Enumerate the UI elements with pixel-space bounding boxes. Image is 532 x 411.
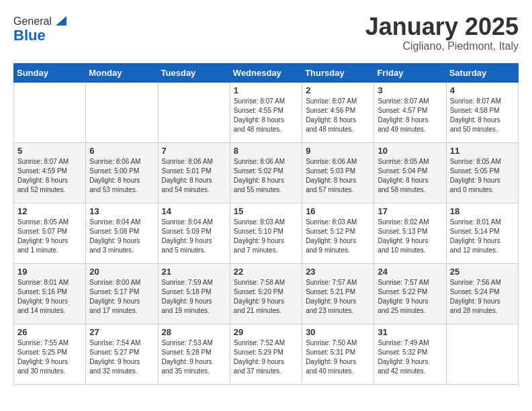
day-info: Sunrise: 8:04 AM Sunset: 5:08 PM Dayligh… (89, 218, 154, 255)
calendar-cell: 20Sunrise: 8:00 AM Sunset: 5:17 PM Dayli… (86, 263, 158, 324)
day-info: Sunrise: 7:49 AM Sunset: 5:32 PM Dayligh… (378, 338, 442, 376)
logo-icon (54, 13, 68, 27)
day-number: 3 (378, 85, 442, 95)
logo-blue-text: Blue (13, 27, 46, 44)
day-info: Sunrise: 7:58 AM Sunset: 5:20 PM Dayligh… (234, 278, 298, 316)
calendar-body: 1Sunrise: 8:07 AM Sunset: 4:55 PM Daylig… (14, 82, 519, 384)
day-info: Sunrise: 8:01 AM Sunset: 5:16 PM Dayligh… (17, 278, 82, 316)
calendar-cell: 14Sunrise: 8:04 AM Sunset: 5:09 PM Dayli… (158, 203, 230, 263)
day-info: Sunrise: 8:05 AM Sunset: 5:05 PM Dayligh… (450, 157, 515, 195)
calendar-week-0: 1Sunrise: 8:07 AM Sunset: 4:55 PM Daylig… (14, 82, 519, 142)
day-number: 11 (450, 146, 515, 156)
calendar-cell: 19Sunrise: 8:01 AM Sunset: 5:16 PM Dayli… (14, 263, 86, 324)
calendar-cell: 5Sunrise: 8:07 AM Sunset: 4:59 PM Daylig… (14, 142, 86, 203)
day-info: Sunrise: 8:07 AM Sunset: 4:56 PM Dayligh… (306, 97, 370, 134)
day-info: Sunrise: 7:57 AM Sunset: 5:21 PM Dayligh… (306, 278, 370, 316)
day-info: Sunrise: 7:56 AM Sunset: 5:24 PM Dayligh… (450, 278, 515, 316)
calendar-cell: 26Sunrise: 7:55 AM Sunset: 5:25 PM Dayli… (14, 324, 86, 384)
day-number: 15 (234, 206, 298, 216)
day-number: 5 (17, 146, 82, 156)
day-number: 30 (306, 327, 370, 337)
calendar-week-2: 12Sunrise: 8:05 AM Sunset: 5:07 PM Dayli… (14, 203, 519, 263)
day-number: 7 (162, 146, 226, 156)
day-info: Sunrise: 8:06 AM Sunset: 5:01 PM Dayligh… (162, 157, 226, 195)
day-info: Sunrise: 8:07 AM Sunset: 4:55 PM Dayligh… (234, 97, 298, 134)
day-number: 12 (17, 206, 82, 216)
location-subtitle: Cigliano, Piedmont, Italy (365, 40, 519, 52)
calendar-cell: 21Sunrise: 7:59 AM Sunset: 5:18 PM Dayli… (158, 263, 230, 324)
day-info: Sunrise: 7:53 AM Sunset: 5:28 PM Dayligh… (162, 338, 226, 376)
day-number: 29 (234, 327, 298, 337)
day-info: Sunrise: 8:07 AM Sunset: 4:59 PM Dayligh… (17, 157, 82, 195)
day-number: 31 (378, 327, 442, 337)
header-saturday: Saturday (446, 63, 518, 82)
day-info: Sunrise: 8:06 AM Sunset: 5:00 PM Dayligh… (89, 157, 154, 195)
header-wednesday: Wednesday (230, 63, 302, 82)
day-info: Sunrise: 7:54 AM Sunset: 5:27 PM Dayligh… (89, 338, 154, 376)
calendar-cell: 22Sunrise: 7:58 AM Sunset: 5:20 PM Dayli… (230, 263, 302, 324)
calendar-cell (446, 324, 518, 384)
day-number: 6 (89, 146, 154, 156)
calendar-cell: 23Sunrise: 7:57 AM Sunset: 5:21 PM Dayli… (302, 263, 374, 324)
day-number: 13 (89, 206, 154, 216)
calendar-cell: 31Sunrise: 7:49 AM Sunset: 5:32 PM Dayli… (374, 324, 446, 384)
calendar-week-1: 5Sunrise: 8:07 AM Sunset: 4:59 PM Daylig… (14, 142, 519, 203)
day-number: 19 (17, 267, 82, 277)
day-number: 25 (450, 267, 515, 277)
logo-general-text: General (13, 15, 52, 28)
calendar-cell: 8Sunrise: 8:06 AM Sunset: 5:02 PM Daylig… (230, 142, 302, 203)
day-info: Sunrise: 7:57 AM Sunset: 5:22 PM Dayligh… (378, 278, 442, 316)
calendar-cell: 1Sunrise: 8:07 AM Sunset: 4:55 PM Daylig… (230, 82, 302, 142)
day-number: 4 (450, 85, 515, 95)
day-number: 16 (306, 206, 370, 216)
day-info: Sunrise: 8:06 AM Sunset: 5:02 PM Dayligh… (234, 157, 298, 195)
day-info: Sunrise: 8:05 AM Sunset: 5:04 PM Dayligh… (378, 157, 442, 195)
calendar-week-3: 19Sunrise: 8:01 AM Sunset: 5:16 PM Dayli… (14, 263, 519, 324)
day-number: 9 (306, 146, 370, 156)
calendar-cell (14, 82, 86, 142)
header-sunday: Sunday (14, 63, 86, 82)
calendar-cell: 30Sunrise: 7:50 AM Sunset: 5:31 PM Dayli… (302, 324, 374, 384)
header-thursday: Thursday (302, 63, 374, 82)
calendar-cell: 29Sunrise: 7:52 AM Sunset: 5:29 PM Dayli… (230, 324, 302, 384)
day-info: Sunrise: 8:03 AM Sunset: 5:12 PM Dayligh… (306, 218, 370, 255)
day-info: Sunrise: 8:00 AM Sunset: 5:17 PM Dayligh… (89, 278, 154, 316)
day-number: 22 (234, 267, 298, 277)
month-title: January 2025 (365, 13, 519, 40)
day-number: 18 (450, 206, 515, 216)
calendar-cell: 25Sunrise: 7:56 AM Sunset: 5:24 PM Dayli… (446, 263, 518, 324)
calendar-cell: 24Sunrise: 7:57 AM Sunset: 5:22 PM Dayli… (374, 263, 446, 324)
calendar-table: Sunday Monday Tuesday Wednesday Thursday… (13, 63, 519, 385)
day-number: 28 (162, 327, 226, 337)
calendar-cell: 3Sunrise: 8:07 AM Sunset: 4:57 PM Daylig… (374, 82, 446, 142)
day-number: 20 (89, 267, 154, 277)
logo: General Blue (13, 13, 68, 44)
day-info: Sunrise: 8:02 AM Sunset: 5:13 PM Dayligh… (378, 218, 442, 255)
day-info: Sunrise: 8:05 AM Sunset: 5:07 PM Dayligh… (17, 218, 82, 255)
day-number: 1 (234, 85, 298, 95)
day-info: Sunrise: 7:52 AM Sunset: 5:29 PM Dayligh… (234, 338, 298, 376)
day-number: 23 (306, 267, 370, 277)
calendar-cell: 10Sunrise: 8:05 AM Sunset: 5:04 PM Dayli… (374, 142, 446, 203)
day-number: 26 (17, 327, 82, 337)
calendar-week-4: 26Sunrise: 7:55 AM Sunset: 5:25 PM Dayli… (14, 324, 519, 384)
calendar-cell: 9Sunrise: 8:06 AM Sunset: 5:03 PM Daylig… (302, 142, 374, 203)
day-number: 2 (306, 85, 370, 95)
title-block: January 2025 Cigliano, Piedmont, Italy (365, 13, 519, 52)
header-monday: Monday (86, 63, 158, 82)
calendar-cell: 12Sunrise: 8:05 AM Sunset: 5:07 PM Dayli… (14, 203, 86, 263)
day-info: Sunrise: 8:03 AM Sunset: 5:10 PM Dayligh… (234, 218, 298, 255)
calendar-cell: 16Sunrise: 8:03 AM Sunset: 5:12 PM Dayli… (302, 203, 374, 263)
calendar-cell: 4Sunrise: 8:07 AM Sunset: 4:58 PM Daylig… (446, 82, 518, 142)
day-number: 8 (234, 146, 298, 156)
calendar-cell: 2Sunrise: 8:07 AM Sunset: 4:56 PM Daylig… (302, 82, 374, 142)
calendar-cell: 27Sunrise: 7:54 AM Sunset: 5:27 PM Dayli… (86, 324, 158, 384)
day-number: 24 (378, 267, 442, 277)
calendar-cell: 28Sunrise: 7:53 AM Sunset: 5:28 PM Dayli… (158, 324, 230, 384)
calendar-cell: 15Sunrise: 8:03 AM Sunset: 5:10 PM Dayli… (230, 203, 302, 263)
day-info: Sunrise: 8:07 AM Sunset: 4:57 PM Dayligh… (378, 97, 442, 134)
day-info: Sunrise: 7:55 AM Sunset: 5:25 PM Dayligh… (17, 338, 82, 376)
day-info: Sunrise: 8:07 AM Sunset: 4:58 PM Dayligh… (450, 97, 515, 134)
day-number: 17 (378, 206, 442, 216)
page-header: General Blue January 2025 Cigliano, Pied… (13, 13, 519, 52)
